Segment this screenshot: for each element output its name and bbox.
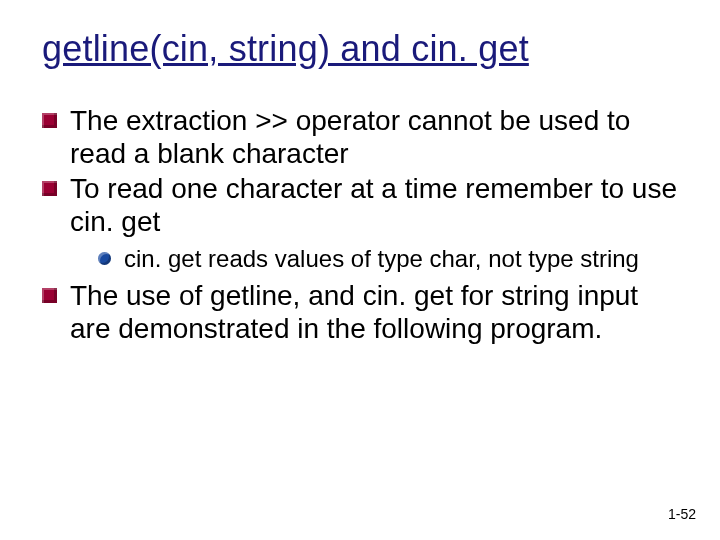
bullet-text: To read one character at a time remember…: [70, 173, 677, 237]
slide: getline(cin, string) and cin. get The ex…: [0, 0, 720, 540]
list-item: To read one character at a time remember…: [42, 172, 678, 273]
list-item: The use of getline, and cin. get for str…: [42, 279, 678, 345]
sub-bullet-list: cin. get reads values of type char, not …: [70, 244, 678, 273]
bullet-text: The extraction >> operator cannot be use…: [70, 105, 630, 169]
list-item: cin. get reads values of type char, not …: [70, 244, 678, 273]
sub-bullet-text: cin. get reads values of type char, not …: [124, 245, 639, 272]
list-item: The extraction >> operator cannot be use…: [42, 104, 678, 170]
slide-title: getline(cin, string) and cin. get: [42, 28, 678, 70]
slide-number: 1-52: [668, 506, 696, 522]
bullet-text: The use of getline, and cin. get for str…: [70, 280, 638, 344]
bullet-list: The extraction >> operator cannot be use…: [42, 104, 678, 345]
